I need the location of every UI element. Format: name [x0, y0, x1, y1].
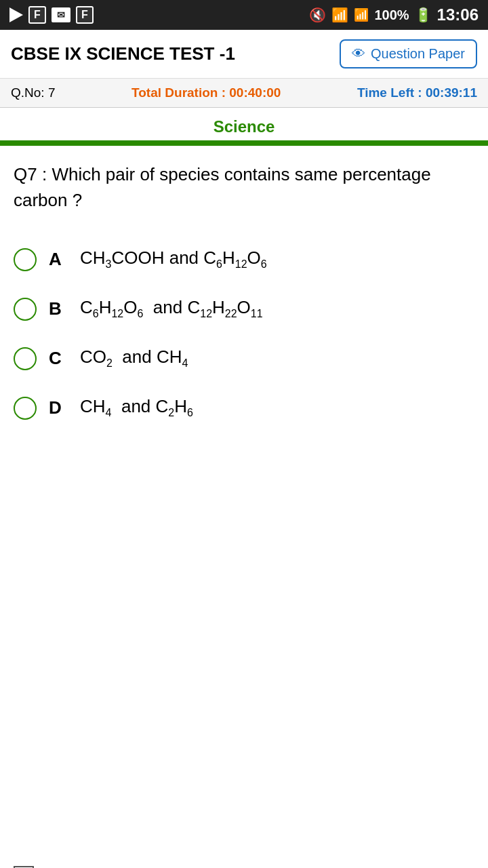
clock-time: 13:06: [437, 5, 479, 24]
mute-icon: 🔇: [309, 7, 326, 23]
option-c[interactable]: C CO2 and CH4: [14, 334, 474, 383]
radio-a[interactable]: [14, 248, 37, 271]
mail-icon: ✉: [52, 7, 70, 22]
eye-icon: 👁: [352, 46, 365, 62]
option-a-text: CH3COOH and C6H12O6: [80, 247, 267, 272]
flipboard-icon-1: F: [28, 6, 46, 24]
question-paper-button[interactable]: 👁 Question Paper: [340, 39, 477, 68]
header: CBSE IX SCIENCE TEST -1 👁 Question Paper: [0, 30, 488, 79]
question-text: Q7 : Which pair of species contains same…: [14, 162, 474, 213]
question-number-label: Q.No: 7: [11, 85, 55, 100]
option-b-label: B: [49, 298, 68, 319]
status-left-icons: F ✉ F: [9, 6, 94, 24]
options-list: A CH3COOH and C6H12O6 B C6H12O6 and C12H…: [14, 235, 474, 433]
question-body: Which pair of species contains same perc…: [14, 164, 431, 210]
option-c-label: C: [49, 348, 68, 369]
option-c-text: CO2 and CH4: [80, 346, 188, 371]
wifi-icon: 📶: [331, 7, 348, 23]
question-prefix: Q7 :: [14, 164, 47, 184]
battery-icon: 🔋: [415, 7, 432, 23]
incorrect-area: This question seems to be incorrect.: [0, 852, 488, 868]
status-bar: F ✉ F 🔇 📶 📶 100% 🔋 13:06: [0, 0, 488, 30]
radio-c[interactable]: [14, 347, 37, 370]
time-left-value: 00:39:11: [426, 85, 477, 100]
option-d-label: D: [49, 397, 68, 418]
question-paper-label: Question Paper: [371, 46, 465, 62]
signal-icon: 📶: [354, 7, 369, 22]
play-icon: [9, 7, 23, 22]
option-b[interactable]: B C6H12O6 and C12H22O11: [14, 284, 474, 334]
time-left: Time Left : 00:39:11: [357, 85, 477, 100]
option-d-text: CH4 and C2H6: [80, 395, 193, 420]
subject-label: Science: [0, 108, 488, 140]
app-title: CBSE IX SCIENCE TEST -1: [11, 43, 235, 64]
question-area: Q7 : Which pair of species contains same…: [0, 146, 488, 443]
total-duration: Total Duration : 00:40:00: [131, 85, 281, 100]
main-content: Q7 : Which pair of species contains same…: [0, 146, 488, 868]
option-d[interactable]: D CH4 and C2H6: [14, 383, 474, 433]
duration-value: 00:40:00: [229, 85, 281, 100]
option-a-label: A: [49, 249, 68, 270]
option-a[interactable]: A CH3COOH and C6H12O6: [14, 235, 474, 284]
flipboard-icon-2: F: [76, 6, 94, 24]
green-divider: [0, 140, 488, 146]
status-right-info: 🔇 📶 📶 100% 🔋 13:06: [309, 5, 479, 24]
info-bar: Q.No: 7 Total Duration : 00:40:00 Time L…: [0, 79, 488, 108]
option-b-text: C6H12O6 and C12H22O11: [80, 296, 263, 321]
radio-b[interactable]: [14, 298, 37, 321]
battery-percent: 100%: [374, 7, 409, 23]
radio-d[interactable]: [14, 397, 37, 420]
